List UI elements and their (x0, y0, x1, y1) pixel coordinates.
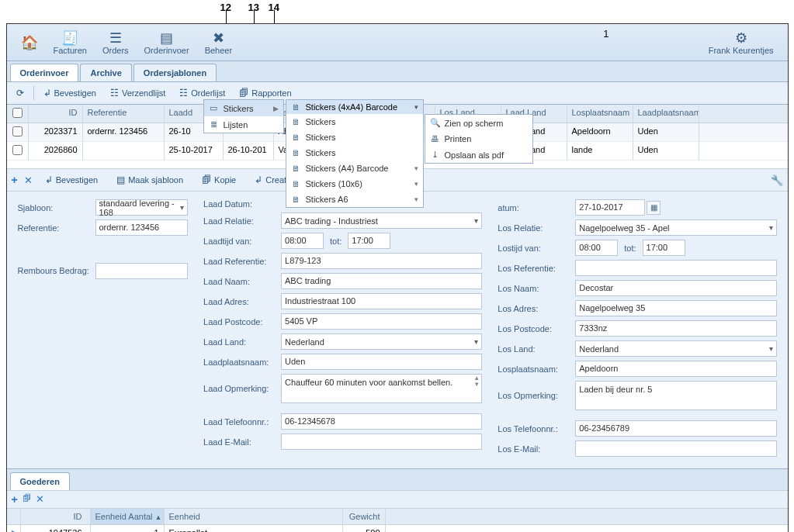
submenu-zien[interactable]: 🔍Zien op scherm (425, 115, 532, 131)
maak-sjabloon-button[interactable]: ▤Maak sjabloon (110, 171, 189, 188)
los-land-label: Los Land: (498, 344, 575, 354)
submenu-head-4xa4[interactable]: 🗎Stickers (4xA4) Barcode▾ (286, 100, 423, 114)
laad-opm-textarea[interactable]: Chauffeur 60 minuten voor aankomst belle… (281, 374, 482, 403)
referentie-input[interactable]: ordernr. 123456 (95, 219, 189, 236)
tab-goederen[interactable]: Goederen (10, 472, 70, 490)
submenu-a4barcode[interactable]: 🗎Stickers (A4) Barcode▾ (286, 161, 423, 176)
menu-stickers[interactable]: ▭Stickers▶ (204, 100, 283, 116)
sjabloon-label: Sjabloon: (18, 203, 95, 212)
goods-copy-button[interactable]: 🗐 (23, 493, 31, 506)
goods-header-aantal[interactable]: Eenheid Aantal ▲ (91, 509, 165, 524)
goods-row[interactable]: ▶ 1947536 1 Europallet 500 (7, 525, 788, 532)
submenu-stickers-2[interactable]: 🗎Stickers (286, 130, 423, 145)
los-relatie-select[interactable]: Nagelpoelweg 35 - Apel▾ (575, 219, 776, 236)
los-ref-input[interactable] (575, 260, 776, 276)
calendar-icon[interactable]: ▦ (647, 201, 661, 215)
header-referentie[interactable]: Referentie (83, 105, 165, 123)
doc-icon: 🗎 (291, 164, 301, 173)
delete-button[interactable]: ✕ (24, 174, 33, 186)
laadplaats-input[interactable]: Uden (281, 354, 482, 370)
submenu-opslaan-pdf[interactable]: ⤓Opslaan als pdf (425, 147, 532, 163)
row-checkbox[interactable] (12, 126, 23, 136)
laad-email-input[interactable] (281, 434, 482, 450)
laad-naam-input[interactable]: ABC trading (281, 273, 482, 289)
submenu-printen[interactable]: 🖶Printen (425, 131, 532, 147)
download-icon: ⤓ (430, 150, 440, 160)
goods-header-eenheid[interactable]: Eenheid (165, 509, 343, 524)
laad-tel-input[interactable]: 06-12345678 (281, 413, 482, 430)
return-icon: ↲ (255, 174, 262, 185)
laadtijd-tot-input[interactable]: 17:00 (348, 233, 390, 249)
goods-toolbar: + 🗐 ✕ (7, 490, 788, 509)
tab-orderinvoer[interactable]: Orderinvoer (10, 64, 79, 81)
los-datum-input[interactable]: 27-10-2017 (575, 199, 645, 216)
tab-ordersjablonen[interactable]: Ordersjablonen (133, 64, 217, 81)
callout-bar: 12 13 14 (6, 2, 789, 23)
sjabloon-select[interactable]: standaard levering - 168▾ (95, 199, 189, 216)
los-opm-textarea[interactable]: Laden bij deur nr. 5 (575, 381, 776, 410)
refresh-icon: ⟳ (16, 88, 24, 98)
template-icon: ▤ (116, 174, 125, 185)
sendlist-icon: ☷ (110, 88, 119, 98)
orderlist-icon: ☷ (179, 88, 188, 98)
lostijd-tot-input[interactable]: 17:00 (643, 240, 685, 256)
header-losplaats[interactable]: Losplaatsnaam (567, 105, 633, 123)
header-checkbox[interactable] (7, 105, 29, 123)
verzendlijst-button[interactable]: ☷Verzendlijst (104, 85, 172, 102)
los-naam-input[interactable]: Decostar (575, 280, 776, 296)
facturen-button[interactable]: 🧾Facturen (46, 29, 95, 57)
refresh-button[interactable]: ⟳ (10, 85, 30, 102)
chevron-down-icon: ▾ (414, 195, 418, 203)
laad-pc-input[interactable]: 5405 VP (281, 313, 482, 330)
bevestigen-button[interactable]: ↲Bevestigen (37, 85, 102, 102)
los-pc-input[interactable]: 7333nz (575, 320, 776, 337)
lostijd-van-input[interactable]: 08:00 (575, 240, 618, 256)
los-email-input[interactable] (575, 440, 776, 457)
los-email-label: Los E-Mail: (498, 444, 575, 454)
menu-lijsten[interactable]: ≣Lijsten (204, 116, 283, 133)
goods-header-gewicht[interactable]: Gewicht (343, 509, 386, 524)
beheer-button[interactable]: ✖Beheer (197, 29, 240, 57)
laad-land-select[interactable]: Nederland▾ (281, 333, 482, 350)
header-laadplaats[interactable]: Laadplaatsnaam (633, 105, 699, 123)
laad-ref-input[interactable]: L879-123 (281, 253, 482, 269)
tab-archive[interactable]: Archive (80, 64, 131, 81)
losplaats-input[interactable]: Apeldoorn (575, 361, 776, 377)
submenu-10x6[interactable]: 🗎Stickers (10x6)▾ (286, 176, 423, 192)
top-toolbar: 🏠 🧾Facturen ☰Orders ▤Orderinvoer ✖Beheer… (7, 24, 788, 61)
referentie-label: Referentie: (18, 223, 95, 233)
goods-add-button[interactable]: + (12, 493, 18, 506)
laadtijd-label: Laadtijd van: (203, 237, 281, 246)
add-button[interactable]: + (12, 174, 18, 186)
form-icon: ▤ (160, 30, 173, 46)
chevron-down-icon: ▾ (414, 164, 418, 172)
goods-delete-button[interactable]: ✕ (36, 493, 44, 506)
orderinvoer-button[interactable]: ▤Orderinvoer (137, 29, 197, 57)
los-ref-label: Los Referentie: (498, 264, 575, 273)
list-icon: ☰ (109, 30, 122, 46)
orders-button[interactable]: ☰Orders (95, 29, 137, 57)
rembours-input[interactable] (95, 263, 189, 279)
kopie-button[interactable]: 🗐Kopie (196, 171, 242, 188)
row-checkbox[interactable] (12, 145, 23, 155)
laad-adres-input[interactable]: Industriestraat 100 (281, 293, 482, 309)
los-adres-input[interactable]: Nagelpoelweg 35 (575, 300, 776, 316)
submenu-a6[interactable]: 🗎Stickers A6▾ (286, 192, 423, 207)
search-icon: 🔍 (430, 118, 440, 128)
laad-relatie-select[interactable]: ABC trading - Industriest▾ (281, 212, 482, 229)
header-id[interactable]: ID (29, 105, 83, 123)
submenu-stickers-1[interactable]: 🗎Stickers (286, 114, 423, 130)
los-land-select[interactable]: Nederland▾ (575, 340, 776, 357)
bevestigen-detail-button[interactable]: ↲Bevestigen (39, 171, 104, 188)
home-button[interactable]: 🏠 (13, 33, 46, 52)
chevron-down-icon: ▾ (414, 103, 418, 111)
laadtijd-van-input[interactable]: 08:00 (281, 233, 324, 249)
user-menu[interactable]: ⚙Frank Keurentjes (701, 29, 782, 57)
los-tel-input[interactable]: 06-23456789 (575, 420, 776, 437)
laad-email-label: Laad E-Mail: (203, 437, 281, 447)
order-form: Sjabloon:standaard levering - 168▾ Refer… (7, 192, 788, 468)
submenu-stickers-3[interactable]: 🗎Stickers (286, 145, 423, 161)
laad-relatie-label: Laad Relatie: (203, 216, 281, 226)
settings-icon[interactable]: 🔧 (771, 174, 783, 186)
goods-header-id[interactable]: ID (21, 509, 91, 524)
